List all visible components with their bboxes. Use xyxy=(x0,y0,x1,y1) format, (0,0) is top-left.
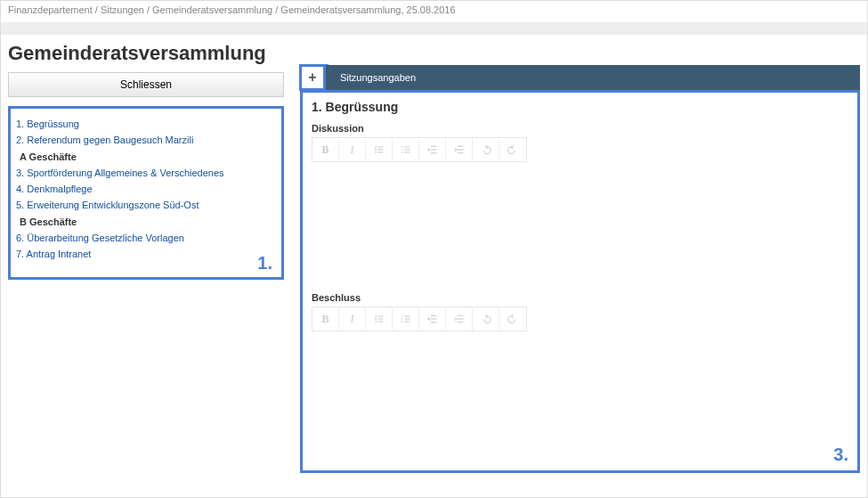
redo-button[interactable] xyxy=(499,307,526,331)
svg-point-20 xyxy=(375,318,377,320)
nav-item[interactable]: 1. Begrüssung xyxy=(16,116,276,132)
page-title: Gemeinderatsversammlung xyxy=(8,42,284,65)
outdent-icon xyxy=(427,314,438,324)
ordered-list-button[interactable] xyxy=(393,138,419,161)
indent-button[interactable] xyxy=(446,138,473,161)
breadcrumb: Finanzdepartement / Sitzungen / Gemeinde… xyxy=(1,1,867,19)
redo-icon xyxy=(507,314,518,324)
nav-section-header: B Geschäfte xyxy=(16,213,276,230)
editor-body[interactable] xyxy=(312,166,848,282)
section-label: Beschluss xyxy=(312,292,848,303)
nav-item[interactable]: 4. Denkmalpflege xyxy=(16,181,276,197)
indent-icon xyxy=(454,144,465,155)
italic-icon: I xyxy=(351,143,354,157)
bullet-list-icon xyxy=(374,144,385,155)
editor-area: 1. Begrüssung DiskussionBIBeschlussBI 3. xyxy=(300,90,860,473)
plus-icon: + xyxy=(308,70,316,85)
ordered-list-icon xyxy=(401,314,411,324)
redo-icon xyxy=(507,144,518,155)
indent-button[interactable] xyxy=(446,307,473,331)
bullet-list-button[interactable] xyxy=(366,138,393,161)
annotation-3: 3. xyxy=(833,445,848,465)
agenda-nav: 1. 1. Begrüssung2. Referendum gegen Baug… xyxy=(8,106,284,280)
svg-point-2 xyxy=(375,149,377,151)
italic-button[interactable]: I xyxy=(339,138,366,161)
svg-point-22 xyxy=(375,321,377,322)
svg-point-18 xyxy=(375,315,377,317)
editor-section: BeschlussBI xyxy=(312,292,848,451)
italic-icon: I xyxy=(351,313,354,326)
undo-icon xyxy=(481,314,491,324)
italic-button[interactable]: I xyxy=(339,307,366,331)
outdent-button[interactable] xyxy=(419,307,446,331)
undo-icon xyxy=(481,144,491,155)
ordered-list-button[interactable] xyxy=(393,307,419,331)
editor-body[interactable] xyxy=(312,335,848,451)
svg-point-0 xyxy=(375,146,377,148)
tab-bar: + Sitzungsangaben xyxy=(300,65,860,90)
redo-button[interactable] xyxy=(499,138,526,161)
bold-button[interactable]: B xyxy=(312,307,339,331)
nav-item[interactable]: 6. Überarbeitung Gesetzliche Vorlagen xyxy=(16,230,276,246)
grey-bar xyxy=(1,22,867,35)
outdent-button[interactable] xyxy=(419,138,446,161)
undo-button[interactable] xyxy=(473,307,499,331)
item-title: 1. Begrüssung xyxy=(312,100,848,114)
editor-section: DiskussionBI xyxy=(312,123,848,282)
bold-icon: B xyxy=(321,313,329,326)
bullet-list-button[interactable] xyxy=(366,307,393,331)
outdent-icon xyxy=(427,144,438,155)
ordered-list-icon xyxy=(401,144,411,155)
nav-item[interactable]: 2. Referendum gegen Baugesuch Marzili xyxy=(16,132,276,148)
nav-item[interactable]: 7. Antrag Intranet xyxy=(16,246,276,262)
app-frame: Finanzdepartement / Sitzungen / Gemeinde… xyxy=(0,0,868,498)
annotation-1: 1. xyxy=(257,253,272,273)
close-button[interactable]: Schliessen xyxy=(8,72,284,97)
indent-icon xyxy=(454,314,465,324)
tab-sitzungsangaben[interactable]: Sitzungsangaben xyxy=(326,72,416,83)
nav-section-header: A Geschäfte xyxy=(16,148,276,165)
svg-point-4 xyxy=(375,151,377,153)
editor-toolbar: BI xyxy=(312,137,527,162)
bold-icon: B xyxy=(321,143,329,157)
editor-toolbar: BI xyxy=(312,306,527,331)
bold-button[interactable]: B xyxy=(312,138,339,161)
section-label: Diskussion xyxy=(312,123,848,134)
add-tab-button[interactable]: + xyxy=(299,64,326,91)
nav-item[interactable]: 5. Erweiterung Entwicklungszone Süd-Ost xyxy=(16,197,276,213)
bullet-list-icon xyxy=(374,314,385,324)
undo-button[interactable] xyxy=(473,138,499,161)
nav-item[interactable]: 3. Sportförderung Allgemeines & Verschie… xyxy=(16,165,276,181)
